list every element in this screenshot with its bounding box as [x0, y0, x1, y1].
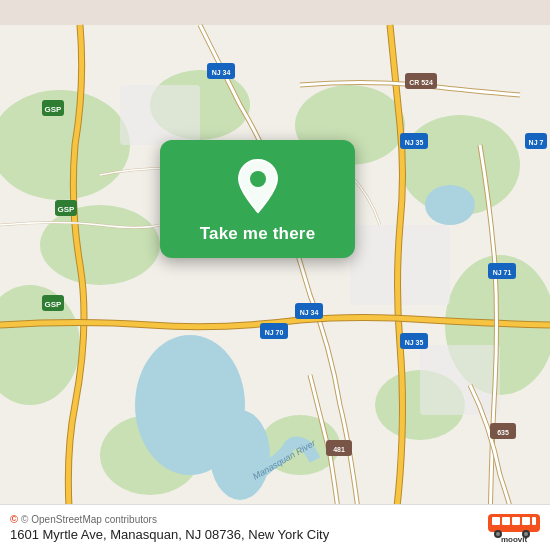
osm-logo: ©: [10, 513, 18, 525]
svg-rect-14: [120, 85, 200, 145]
svg-point-12: [210, 410, 270, 500]
svg-rect-49: [522, 517, 530, 525]
moovit-logo: moovit: [488, 514, 540, 542]
moovit-icon: moovit: [488, 514, 540, 542]
location-pin-icon: [234, 158, 282, 214]
svg-rect-48: [512, 517, 520, 525]
svg-text:NJ 71: NJ 71: [493, 269, 512, 276]
svg-point-44: [250, 171, 266, 187]
svg-point-13: [425, 185, 475, 225]
svg-rect-46: [492, 517, 500, 525]
take-me-there-button[interactable]: Take me there: [200, 224, 316, 244]
svg-text:NJ 70: NJ 70: [265, 329, 284, 336]
svg-point-52: [496, 532, 500, 536]
svg-point-2: [40, 205, 160, 285]
svg-rect-16: [420, 345, 500, 415]
address-text: 1601 Myrtle Ave, Manasquan, NJ 08736, Ne…: [10, 527, 329, 542]
svg-text:GSP: GSP: [45, 300, 63, 309]
svg-text:481: 481: [333, 446, 345, 453]
attribution-text: © OpenStreetMap contributors: [21, 514, 157, 525]
svg-text:GSP: GSP: [45, 105, 63, 114]
attribution: © © OpenStreetMap contributors: [10, 513, 329, 525]
svg-text:GSP: GSP: [58, 205, 76, 214]
svg-text:NJ 35: NJ 35: [405, 139, 424, 146]
button-overlay: Take me there: [160, 140, 355, 258]
svg-rect-47: [502, 517, 510, 525]
svg-text:moovit: moovit: [501, 535, 528, 542]
svg-text:CR 524: CR 524: [409, 79, 433, 86]
green-card: Take me there: [160, 140, 355, 258]
svg-text:NJ 7: NJ 7: [529, 139, 544, 146]
svg-text:635: 635: [497, 429, 509, 436]
svg-rect-50: [532, 517, 536, 525]
svg-text:NJ 35: NJ 35: [405, 339, 424, 346]
map-container: GSP GSP GSP NJ 34 NJ 34 NJ 35 NJ 35 NJ 7…: [0, 0, 550, 550]
svg-text:NJ 34: NJ 34: [300, 309, 319, 316]
bottom-left: © © OpenStreetMap contributors 1601 Myrt…: [10, 513, 329, 542]
bottom-bar: © © OpenStreetMap contributors 1601 Myrt…: [0, 504, 550, 550]
svg-text:NJ 34: NJ 34: [212, 69, 231, 76]
